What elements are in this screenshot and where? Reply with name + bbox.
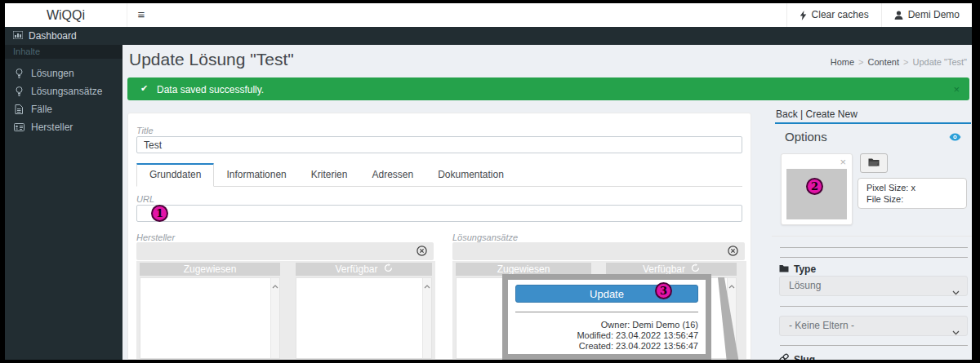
- circle-x-icon[interactable]: [728, 246, 738, 259]
- app-logo[interactable]: WiQQi: [5, 3, 127, 27]
- success-alert: ✔ Data saved successfully. ×: [127, 77, 969, 100]
- tab-dokumentation[interactable]: Dokumentation: [425, 163, 516, 186]
- browse-files-button[interactable]: [860, 153, 888, 173]
- sidebar-item-loesungen[interactable]: Lösungen: [5, 64, 122, 82]
- title-input[interactable]: [136, 136, 742, 153]
- options-panel-title: Options: [785, 130, 827, 144]
- hersteller-duallist: Zugewiesen Verfügbar: [136, 261, 435, 359]
- circle-x-icon[interactable]: [416, 246, 427, 259]
- lightning-bolt-icon: [800, 11, 807, 20]
- breadcrumb-content[interactable]: Content: [868, 57, 900, 67]
- slug-label-row: Slug: [779, 353, 815, 360]
- sidebar-section-header: Inhalte: [5, 45, 122, 59]
- dashboard-label: Dashboard: [29, 30, 77, 42]
- blue-divider: [775, 122, 971, 124]
- user-name: Demi Demo: [908, 3, 960, 27]
- back-create-links: Back | Create New: [776, 108, 858, 120]
- owner-text: Owner: Demi Demo (16): [515, 320, 698, 330]
- image-info-box: Pixel Size: x File Size:: [858, 178, 967, 209]
- hersteller-field-label: Hersteller: [136, 232, 175, 242]
- annotation-circle-3: 3: [655, 282, 672, 299]
- link-separator: |: [800, 108, 803, 120]
- tab-kriterien[interactable]: Kriterien: [299, 163, 360, 186]
- lightbulb-icon: [13, 86, 24, 97]
- sidebar-item-label: Lösungsansätze: [31, 86, 102, 97]
- breadcrumb-current: Update "Test": [912, 57, 967, 67]
- tab-informationen[interactable]: Informationen: [214, 163, 298, 186]
- title-field-label: Title: [136, 126, 154, 135]
- available-listbox[interactable]: [296, 277, 432, 359]
- hamburger-menu-icon[interactable]: ≡: [128, 3, 154, 27]
- assigned-label: Zugewiesen: [184, 263, 237, 276]
- back-link[interactable]: Back: [776, 108, 798, 120]
- modified-text: Modified: 23.04.2022 13:56:47: [515, 330, 698, 341]
- scrollbar[interactable]: [422, 278, 431, 358]
- breadcrumb-home[interactable]: Home: [831, 57, 854, 67]
- sidebar-item-dashboard[interactable]: Dashboard: [13, 27, 77, 45]
- available-header[interactable]: Verfügbar: [296, 263, 432, 276]
- assigned-listbox[interactable]: [140, 277, 280, 359]
- tab-bar: Grunddaten Informationen Kriterien Adres…: [136, 163, 742, 187]
- parent-select[interactable]: - Keine Eltern -: [779, 316, 968, 336]
- clear-caches-button[interactable]: Clear caches: [786, 3, 881, 27]
- options-column: Back | Create New Options × Pixel Size: …: [772, 108, 972, 360]
- id-card-icon: [13, 123, 24, 131]
- parent-select-value: - Keine Eltern -: [789, 320, 854, 331]
- chevron-up-icon: [272, 280, 278, 291]
- divider: [780, 247, 968, 248]
- alert-close-icon[interactable]: ×: [953, 83, 960, 95]
- loesungsansaetze-field-label: Lösungsansätze: [452, 232, 518, 242]
- lightbulb-icon: [13, 69, 24, 79]
- chevron-down-icon: [952, 323, 960, 342]
- scrollbar[interactable]: [270, 278, 279, 358]
- breadcrumb-separator: >: [903, 57, 908, 67]
- remove-image-icon[interactable]: ×: [840, 156, 846, 168]
- url-field-label: URL: [136, 194, 154, 204]
- tab-adressen[interactable]: Adressen: [359, 163, 425, 186]
- url-input[interactable]: [136, 205, 742, 222]
- divider: [780, 257, 968, 258]
- type-label: Type: [794, 263, 816, 275]
- refresh-icon[interactable]: [384, 263, 393, 276]
- annotation-circle-2: 2: [806, 178, 823, 195]
- dashboard-icon: [13, 30, 23, 42]
- breadcrumb-separator: >: [858, 57, 863, 67]
- user-menu[interactable]: Demi Demo: [881, 3, 972, 27]
- divider: [772, 236, 972, 237]
- folder-icon: [779, 263, 789, 275]
- top-bar: WiQQi ≡ Clear caches Demi Demo: [5, 3, 972, 27]
- create-new-link[interactable]: Create New: [806, 108, 858, 120]
- sidebar: Inhalte Lösungen Lösungsansätze Fälle He…: [5, 45, 122, 360]
- type-select-value: Lösung: [789, 280, 821, 291]
- sidebar-item-faelle[interactable]: Fälle: [5, 100, 122, 118]
- divider: [515, 312, 698, 312]
- chevron-down-icon: [952, 283, 960, 302]
- slug-label: Slug: [794, 354, 815, 361]
- link-icon: [779, 353, 789, 360]
- sidebar-item-loesungsansaetze[interactable]: Lösungsansätze: [5, 82, 122, 100]
- loesungsansaetze-filter-bar[interactable]: [452, 242, 745, 260]
- type-select[interactable]: Lösung: [779, 276, 968, 296]
- file-size-text: File Size:: [866, 193, 958, 205]
- app-window: WiQQi ≡ Clear caches Demi Demo Dashboard…: [5, 3, 972, 360]
- magnifier-inset: Update Owner: Demi Demo (16) Modified: 2…: [502, 274, 711, 360]
- file-icon: [13, 104, 24, 114]
- tab-grunddaten[interactable]: Grunddaten: [136, 163, 214, 187]
- annotation-circle-1: 1: [151, 205, 168, 222]
- hersteller-filter-bar[interactable]: [136, 242, 434, 260]
- user-icon: [894, 11, 903, 20]
- check-icon: ✔: [140, 83, 148, 94]
- assigned-header: Zugewiesen: [140, 263, 280, 276]
- sidebar-item-label: Lösungen: [31, 68, 74, 79]
- magnifier-connector-shape: [709, 272, 745, 360]
- folder-icon: [868, 157, 880, 169]
- created-text: Created: 23.04.2022 13:56:47: [515, 341, 698, 352]
- nav-strip: Dashboard: [5, 27, 972, 45]
- sidebar-item-label: Hersteller: [31, 122, 73, 133]
- type-label-row: Type: [779, 263, 816, 275]
- sidebar-item-label: Fälle: [31, 104, 52, 115]
- sidebar-item-hersteller[interactable]: Hersteller: [5, 118, 122, 136]
- clear-caches-label: Clear caches: [812, 3, 869, 27]
- chevron-up-icon: [424, 280, 430, 291]
- eye-icon[interactable]: [949, 132, 961, 144]
